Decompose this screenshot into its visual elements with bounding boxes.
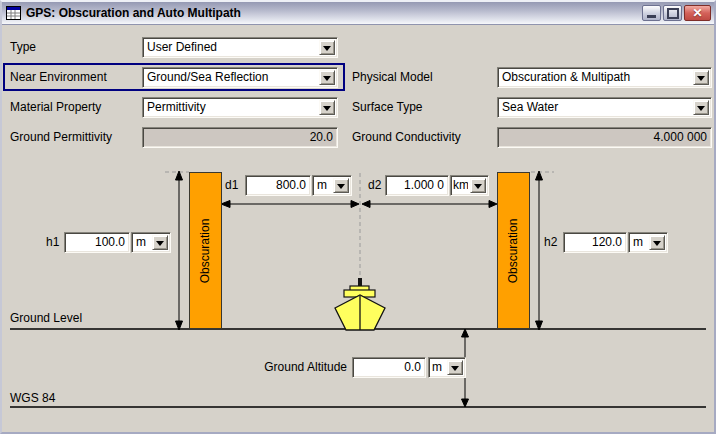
ground-permittivity-label: Ground Permittivity	[10, 127, 112, 148]
type-value: User Defined	[143, 38, 317, 57]
surface-type-select[interactable]: Sea Water	[497, 97, 712, 118]
material-property-value: Permittivity	[143, 98, 317, 117]
d1-arrow	[221, 201, 359, 208]
chevron-down-icon[interactable]	[693, 100, 709, 115]
chevron-down-icon[interactable]	[649, 235, 665, 250]
chevron-down-icon[interactable]	[319, 70, 335, 85]
near-environment-select[interactable]: Ground/Sea Reflection	[142, 67, 338, 88]
maximize-button[interactable]	[663, 5, 682, 21]
app-icon	[6, 6, 21, 20]
wgs84-label: WGS 84	[10, 388, 55, 409]
ground-permittivity-field: 20.0	[142, 127, 338, 148]
material-property-label: Material Property	[10, 97, 101, 118]
chevron-down-icon[interactable]	[693, 70, 709, 85]
physical-model-label: Physical Model	[352, 67, 433, 88]
ground-altitude-unit-select[interactable]: m	[428, 357, 466, 378]
h1-arrow	[176, 171, 183, 330]
minimize-icon	[647, 15, 656, 18]
obstacle-right-label: Obscuration	[507, 218, 521, 283]
d2-unit-value: km	[451, 176, 468, 195]
close-button[interactable]: ✕	[684, 5, 711, 21]
d2-arrow	[362, 201, 497, 208]
gps-obscuration-dialog: GPS: Obscuration and Auto Multipath ✕ Ty…	[0, 0, 716, 434]
window-title: GPS: Obscuration and Auto Multipath	[26, 6, 241, 20]
minimize-button[interactable]	[642, 5, 661, 21]
h1-unit-select[interactable]: m	[131, 232, 171, 253]
ground-altitude-label: Ground Altitude	[242, 357, 347, 378]
physical-model-select[interactable]: Obscuration & Multipath	[497, 67, 712, 88]
ground-conductivity-label: Ground Conductivity	[352, 127, 461, 148]
chevron-down-icon[interactable]	[152, 235, 168, 250]
h2-unit-value: m	[629, 233, 647, 252]
chevron-down-icon[interactable]	[447, 360, 463, 375]
d1-unit-select[interactable]: m	[312, 175, 352, 196]
d1-unit-value: m	[313, 176, 331, 195]
ground-level-label: Ground Level	[10, 308, 82, 329]
title-bar[interactable]: GPS: Obscuration and Auto Multipath ✕	[2, 2, 714, 25]
surface-type-label: Surface Type	[352, 97, 423, 118]
window-controls: ✕	[642, 5, 711, 21]
d1-label: d1	[225, 175, 238, 196]
h2-arrow	[536, 171, 543, 330]
ship-icon	[335, 278, 385, 330]
chevron-down-icon[interactable]	[319, 100, 335, 115]
h1-unit-value: m	[132, 233, 150, 252]
h2-label: h2	[544, 232, 557, 253]
ground-conductivity-field: 4.000 000	[497, 127, 712, 148]
d2-unit-select[interactable]: km	[450, 175, 489, 196]
chevron-down-icon[interactable]	[319, 40, 335, 55]
obstacle-right: Obscuration	[497, 172, 530, 329]
d2-label: d2	[368, 175, 381, 196]
material-property-select[interactable]: Permittivity	[142, 97, 338, 118]
ground-altitude-unit-value: m	[429, 358, 445, 377]
ground-altitude-input[interactable]: 0.0	[352, 357, 426, 378]
h1-input[interactable]: 100.0	[64, 232, 130, 253]
close-icon: ✕	[692, 6, 702, 20]
d1-input[interactable]: 800.0	[245, 175, 311, 196]
type-label: Type	[10, 37, 36, 58]
physical-model-value: Obscuration & Multipath	[498, 68, 691, 87]
obstacle-left: Obscuration	[189, 172, 222, 329]
h1-label: h1	[46, 232, 59, 253]
near-environment-value: Ground/Sea Reflection	[143, 68, 317, 87]
maximize-icon	[667, 8, 679, 19]
chevron-down-icon[interactable]	[333, 178, 349, 193]
h2-unit-select[interactable]: m	[628, 232, 668, 253]
h2-input[interactable]: 120.0	[563, 232, 627, 253]
near-environment-label: Near Environment	[10, 67, 107, 88]
d2-input[interactable]: 1.000 0	[385, 175, 449, 196]
surface-type-value: Sea Water	[498, 98, 691, 117]
chevron-down-icon[interactable]	[470, 178, 486, 193]
obstacle-left-label: Obscuration	[199, 218, 213, 283]
type-select[interactable]: User Defined	[142, 37, 338, 58]
dashed-guides	[165, 172, 554, 279]
